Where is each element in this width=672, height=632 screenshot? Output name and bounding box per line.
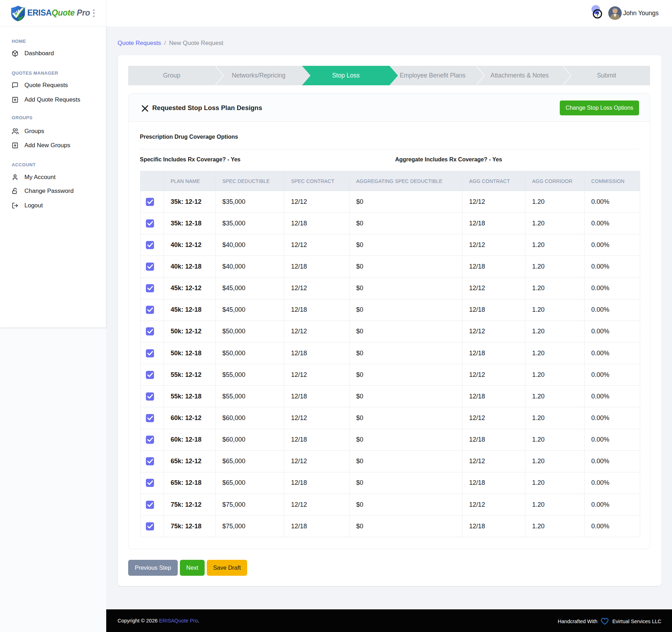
svg-text:?: ? — [596, 11, 599, 17]
